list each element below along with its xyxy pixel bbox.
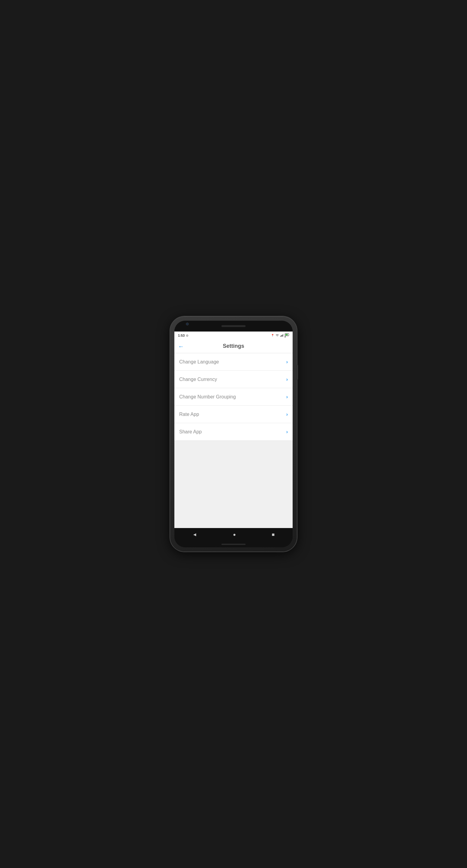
recent-nav-button[interactable]: ■ <box>267 530 280 540</box>
toolbar: ← Settings <box>174 339 293 353</box>
battery-icon <box>285 333 289 338</box>
change-number-grouping-label: Change Number Grouping <box>179 394 286 400</box>
page-title: Settings <box>186 343 281 349</box>
status-icons: 📍 <box>271 333 289 338</box>
back-button[interactable]: ← <box>178 342 186 350</box>
change-language-label: Change Language <box>179 359 286 365</box>
bottom-bar <box>222 544 245 545</box>
status-time: 1:53 <box>178 334 185 337</box>
bottom-bezel <box>174 541 293 547</box>
signal-icon <box>280 334 284 337</box>
menu-item-change-language[interactable]: Change Language › <box>174 353 293 371</box>
menu-item-change-currency[interactable]: Change Currency › <box>174 371 293 388</box>
speaker-grille <box>222 325 245 327</box>
change-currency-label: Change Currency <box>179 377 286 382</box>
change-language-arrow: › <box>286 359 288 365</box>
settings-icon: ⚙ <box>186 334 188 337</box>
home-nav-button[interactable]: ● <box>228 530 241 540</box>
share-app-arrow: › <box>286 429 288 435</box>
bottom-nav: ◄ ● ■ <box>174 528 293 541</box>
change-currency-arrow: › <box>286 377 288 382</box>
menu-item-rate-app[interactable]: Rate App › <box>174 406 293 423</box>
top-bezel <box>174 321 293 332</box>
empty-content-area <box>174 441 293 528</box>
settings-list: Change Language › Change Currency › Chan… <box>174 353 293 441</box>
rate-app-label: Rate App <box>179 412 286 417</box>
phone-frame: 1:53 ⚙ 📍 <box>170 316 297 552</box>
status-bar: 1:53 ⚙ 📍 <box>174 332 293 339</box>
rate-app-arrow: › <box>286 412 288 417</box>
wifi-icon <box>275 334 279 337</box>
phone-inner: 1:53 ⚙ 📍 <box>174 321 293 547</box>
back-nav-button[interactable]: ◄ <box>187 530 202 540</box>
camera-dot <box>186 322 189 326</box>
screen: 1:53 ⚙ 📍 <box>174 332 293 528</box>
menu-item-share-app[interactable]: Share App › <box>174 423 293 441</box>
change-number-grouping-arrow: › <box>286 394 288 400</box>
share-app-label: Share App <box>179 429 286 435</box>
location-icon: 📍 <box>271 334 274 337</box>
menu-item-change-number-grouping[interactable]: Change Number Grouping › <box>174 388 293 406</box>
